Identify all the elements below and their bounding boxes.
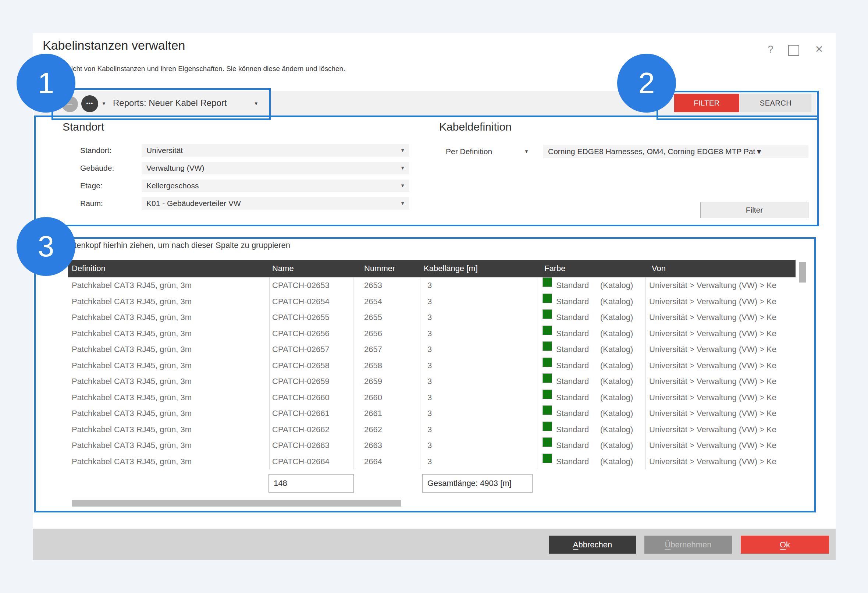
cell-definition: Patchkabel CAT3 RJ45, grün, 3m (72, 277, 192, 294)
cell-farbe: Standard (556, 438, 589, 454)
etage-select[interactable]: Kellergeschoss▼ (142, 179, 409, 192)
column-header-farbe[interactable]: Farbe (544, 260, 565, 277)
cell-nummer: 2663 (364, 438, 382, 454)
column-header-kabellaenge[interactable]: Kabellänge [m] (424, 260, 478, 277)
callout-1-badge: 1 (16, 54, 75, 112)
table-row[interactable]: Patchkabel CAT3 RJ45, grün, 3mCPATCH-026… (55, 294, 796, 310)
cell-farbe: Standard (556, 294, 589, 310)
cell-kabellaenge: 3 (427, 325, 432, 342)
cell-farbe-katalog: (Katalog) (600, 342, 633, 358)
cell-farbe: Standard (556, 358, 589, 374)
per-definition-caret-icon[interactable]: ▼ (524, 149, 529, 154)
color-swatch (542, 438, 552, 447)
cell-von: Universität > Verwaltung (VW) > Ke (649, 342, 776, 358)
cell-kabellaenge: 3 (427, 373, 432, 390)
reports-dropdown[interactable]: Reports: Neuer Kabel Report (113, 98, 227, 108)
page-title: Kabelinstanzen verwalten (43, 38, 185, 53)
cell-kabellaenge: 3 (427, 342, 432, 358)
cell-name: CPATCH-02653 (272, 277, 329, 294)
column-header-name[interactable]: Name (272, 260, 294, 277)
abbrechen-button[interactable]: Abbrechen (549, 535, 636, 554)
color-swatch (542, 390, 552, 399)
cell-definition: Patchkabel CAT3 RJ45, grün, 3m (72, 342, 192, 358)
maximize-icon[interactable] (788, 45, 799, 56)
table-row[interactable]: Patchkabel CAT3 RJ45, grün, 3mCPATCH-026… (55, 342, 796, 358)
per-definition-dropdown[interactable]: Per Definition (446, 145, 492, 158)
cell-von: Universität > Verwaltung (VW) > Ke (649, 277, 776, 294)
table-header: Definition Name Nummer Kabellänge [m] Fa… (68, 260, 796, 277)
raum-select[interactable]: K01 - Gebäudeverteiler VW▼ (142, 197, 409, 210)
color-swatch (542, 325, 552, 335)
table-row[interactable]: Patchkabel CAT3 RJ45, grün, 3mCPATCH-026… (55, 325, 796, 342)
chevron-down-icon: ▼ (400, 197, 405, 210)
cell-farbe: Standard (556, 390, 589, 406)
cell-farbe: Standard (556, 342, 589, 358)
table-row[interactable]: Patchkabel CAT3 RJ45, grün, 3mCPATCH-026… (55, 405, 796, 421)
report-menu-caret-icon[interactable]: ▼ (102, 101, 106, 106)
standort-select[interactable]: Universität▼ (142, 144, 409, 157)
filter-button[interactable]: Filter (700, 202, 808, 218)
report-menu-button[interactable]: ••• (81, 95, 98, 112)
cell-farbe-katalog: (Katalog) (600, 405, 633, 421)
cell-nummer: 2661 (364, 405, 382, 421)
cell-kabellaenge: 3 (427, 438, 432, 454)
cell-von: Universität > Verwaltung (VW) > Ke (649, 294, 776, 310)
table-row[interactable]: Patchkabel CAT3 RJ45, grün, 3mCPATCH-026… (55, 309, 796, 325)
cell-name: CPATCH-02656 (272, 325, 329, 342)
definition-value: Corning EDGE8 Harnesses, OM4, Corning ED… (548, 147, 755, 155)
color-swatch (542, 294, 552, 303)
abbrechen-rest: bbrechen (578, 540, 612, 549)
cell-kabellaenge: 3 (427, 421, 432, 438)
table-row[interactable]: Patchkabel CAT3 RJ45, grün, 3mCPATCH-026… (55, 454, 796, 470)
reports-caret-icon[interactable]: ▼ (254, 101, 258, 106)
color-swatch (542, 454, 552, 463)
cell-definition: Patchkabel CAT3 RJ45, grün, 3m (72, 438, 192, 454)
chevron-down-icon: ▼ (755, 147, 763, 155)
table-row[interactable]: Patchkabel CAT3 RJ45, grün, 3mCPATCH-026… (55, 390, 796, 406)
cell-kabellaenge: 3 (427, 294, 432, 310)
vertical-scrollbar-thumb[interactable] (799, 262, 806, 282)
group-by-drop-zone[interactable]: Spaltenkopf hierhin ziehen, um nach dies… (58, 241, 290, 250)
etage-label: Etage: (80, 179, 139, 192)
cell-name: CPATCH-02663 (272, 438, 329, 454)
cell-definition: Patchkabel CAT3 RJ45, grün, 3m (72, 405, 192, 421)
gebaeude-value: Verwaltung (VW) (146, 164, 205, 172)
help-icon[interactable]: ? (762, 43, 779, 56)
cell-nummer: 2653 (364, 277, 382, 294)
page-subtitle: Ansicht von Kabelinstanzen und ihren Eig… (59, 65, 345, 73)
definition-select[interactable]: Corning EDGE8 Harnesses, OM4, Corning ED… (543, 145, 808, 158)
cell-farbe-katalog: (Katalog) (600, 294, 633, 310)
cell-definition: Patchkabel CAT3 RJ45, grün, 3m (72, 309, 192, 325)
ok-rest: k (786, 540, 790, 549)
cell-definition: Patchkabel CAT3 RJ45, grün, 3m (72, 454, 192, 470)
cell-farbe: Standard (556, 309, 589, 325)
column-header-von[interactable]: Von (652, 260, 666, 277)
close-icon[interactable]: ✕ (811, 43, 827, 56)
gebaeude-select[interactable]: Verwaltung (VW)▼ (142, 162, 409, 174)
total-length-summary: Gesamtlänge: 4903 [m] (422, 474, 533, 492)
cell-name: CPATCH-02660 (272, 390, 329, 406)
table-row[interactable]: Patchkabel CAT3 RJ45, grün, 3mCPATCH-026… (55, 358, 796, 374)
cell-kabellaenge: 3 (427, 390, 432, 406)
tab-filter[interactable]: FILTER (674, 94, 739, 112)
table-row[interactable]: Patchkabel CAT3 RJ45, grün, 3mCPATCH-026… (55, 438, 796, 454)
table-row[interactable]: Patchkabel CAT3 RJ45, grün, 3mCPATCH-026… (55, 421, 796, 438)
cell-kabellaenge: 3 (427, 358, 432, 374)
ok-button[interactable]: Ok (741, 535, 829, 554)
cell-farbe-katalog: (Katalog) (600, 454, 633, 470)
cell-name: CPATCH-02659 (272, 373, 329, 390)
table-row[interactable]: Patchkabel CAT3 RJ45, grün, 3mCPATCH-026… (55, 373, 796, 390)
cell-farbe-katalog: (Katalog) (600, 309, 633, 325)
column-header-nummer[interactable]: Nummer (364, 260, 395, 277)
cell-farbe-katalog: (Katalog) (600, 277, 633, 294)
cell-farbe: Standard (556, 421, 589, 438)
table-body: Patchkabel CAT3 RJ45, grün, 3mCPATCH-026… (55, 277, 796, 469)
horizontal-scrollbar-thumb[interactable] (72, 500, 401, 507)
callout-2-badge: 2 (617, 54, 676, 112)
cell-kabellaenge: 3 (427, 277, 432, 294)
gebaeude-label: Gebäude: (80, 162, 139, 174)
column-header-definition[interactable]: Definition (72, 260, 106, 277)
standort-heading: Standort (62, 121, 104, 133)
table-row[interactable]: Patchkabel CAT3 RJ45, grün, 3mCPATCH-026… (55, 277, 796, 294)
tab-search[interactable]: SEARCH (740, 94, 811, 112)
